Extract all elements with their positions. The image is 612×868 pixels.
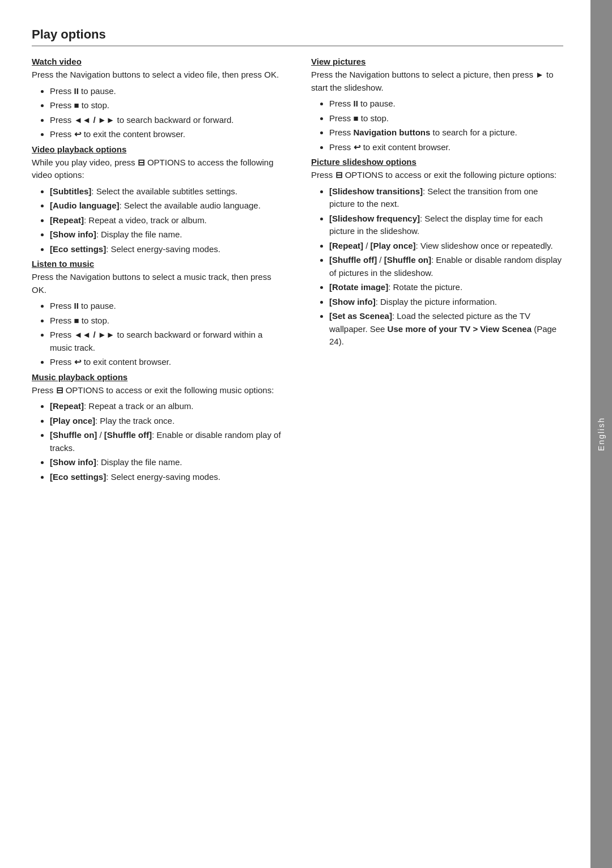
language-label: English — [597, 417, 606, 451]
list-item: [Show info]: Display the file name. — [50, 228, 284, 241]
list-item: [Slideshow transitions]: Select the tran… — [329, 185, 563, 211]
list-item: [Subtitles]: Select the available subtit… — [50, 185, 284, 198]
main-content: Play options Watch videoPress the Naviga… — [0, 0, 590, 868]
list-item: Press Navigation buttons to search for a… — [329, 126, 563, 139]
page-title: Play options — [32, 27, 563, 46]
bullet-list-listen-to-music: Press II to pause.Press ■ to stop.Press … — [50, 300, 284, 369]
list-item: Press ■ to stop. — [329, 112, 563, 125]
list-item: [Repeat]: Repeat a track or an album. — [50, 400, 284, 413]
list-item: [Eco settings]: Select energy-saving mod… — [50, 243, 284, 256]
right-column: View picturesPress the Navigation button… — [311, 57, 563, 834]
bullet-list-picture-slideshow-options: [Slideshow transitions]: Select the tran… — [329, 185, 563, 348]
bullet-list-watch-video: Press II to pause.Press ■ to stop.Press … — [50, 85, 284, 141]
section-video-playback-options: Video playback optionsWhile you play vid… — [32, 144, 284, 256]
list-item: [Set as Scenea]: Load the selected pictu… — [329, 310, 563, 348]
section-heading-picture-slideshow-options: Picture slideshow options — [311, 157, 563, 167]
section-view-pictures: View picturesPress the Navigation button… — [311, 57, 563, 154]
list-item: [Shuffle off] / [Shuffle on]: Enable or … — [329, 254, 563, 279]
list-item: [Repeat]: Repeat a video, track or album… — [50, 214, 284, 227]
language-sidebar: English — [590, 0, 612, 868]
two-col-layout: Watch videoPress the Navigation buttons … — [32, 57, 563, 834]
list-item: Press II to pause. — [50, 85, 284, 98]
section-music-playback-options: Music playback optionsPress ⊟ OPTIONS to… — [32, 372, 284, 484]
list-item: Press ■ to stop. — [50, 99, 284, 112]
section-intro-view-pictures: Press the Navigation buttons to select a… — [311, 69, 563, 94]
section-intro-listen-to-music: Press the Navigation buttons to select a… — [32, 271, 284, 296]
list-item: Press II to pause. — [329, 97, 563, 110]
section-heading-music-playback-options: Music playback options — [32, 372, 284, 382]
list-item: Press II to pause. — [50, 300, 284, 313]
list-item: Press ↩ to exit content browser. — [329, 141, 563, 154]
bullet-list-view-pictures: Press II to pause.Press ■ to stop.Press … — [329, 97, 563, 154]
list-item: Press ■ to stop. — [50, 314, 284, 327]
section-heading-video-playback-options: Video playback options — [32, 144, 284, 154]
section-intro-video-playback-options: While you play video, press ⊟ OPTIONS to… — [32, 156, 284, 182]
section-listen-to-music: Listen to musicPress the Navigation butt… — [32, 259, 284, 369]
list-item: [Rotate image]: Rotate the picture. — [329, 281, 563, 294]
section-picture-slideshow-options: Picture slideshow optionsPress ⊟ OPTIONS… — [311, 157, 563, 348]
list-item: [Repeat] / [Play once]: View slideshow o… — [329, 240, 563, 253]
list-item: Press ◄◄ / ►► to search backward or forw… — [50, 329, 284, 354]
list-item: Press ◄◄ / ►► to search backward or forw… — [50, 114, 284, 127]
list-item: [Show info]: Display the file name. — [50, 456, 284, 469]
left-column: Watch videoPress the Navigation buttons … — [32, 57, 284, 834]
section-intro-music-playback-options: Press ⊟ OPTIONS to access or exit the fo… — [32, 384, 284, 397]
list-item: [Slideshow frequency]: Select the displa… — [329, 212, 563, 238]
page-container: Play options Watch videoPress the Naviga… — [0, 0, 612, 868]
list-item: [Show info]: Display the picture informa… — [329, 296, 563, 309]
list-item: Press ↩ to exit the content browser. — [50, 128, 284, 141]
bullet-list-music-playback-options: [Repeat]: Repeat a track or an album.[Pl… — [50, 400, 284, 483]
section-heading-listen-to-music: Listen to music — [32, 259, 284, 269]
section-heading-view-pictures: View pictures — [311, 57, 563, 66]
list-item: [Eco settings]: Select energy-saving mod… — [50, 471, 284, 484]
section-heading-watch-video: Watch video — [32, 57, 284, 66]
section-intro-picture-slideshow-options: Press ⊟ OPTIONS to access or exit the fo… — [311, 169, 563, 182]
list-item: Press ↩ to exit content browser. — [50, 356, 284, 369]
list-item: [Audio language]: Select the available a… — [50, 199, 284, 212]
list-item: [Shuffle on] / [Shuffle off]: Enable or … — [50, 429, 284, 454]
bullet-list-video-playback-options: [Subtitles]: Select the available subtit… — [50, 185, 284, 256]
list-item: [Play once]: Play the track once. — [50, 415, 284, 428]
section-watch-video: Watch videoPress the Navigation buttons … — [32, 57, 284, 141]
section-intro-watch-video: Press the Navigation buttons to select a… — [32, 69, 284, 82]
